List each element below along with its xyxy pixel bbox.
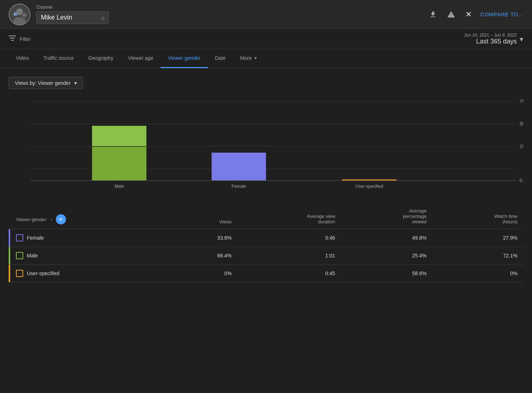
tabs-bar: Video Traffic source Geography Viewer ag…	[0, 49, 532, 68]
svg-point-5	[22, 13, 26, 17]
channel-label: Channel	[36, 5, 109, 10]
chart-container: 75.0% 50.0% 25.0% 0.0% Male Female User-…	[9, 98, 523, 192]
svg-text:Female: Female	[232, 184, 246, 189]
svg-text:Male: Male	[115, 184, 124, 189]
female-label: Female	[27, 235, 44, 241]
chart-selector-arrow: ▾	[74, 80, 77, 86]
compare-button[interactable]: COMPARE TO...	[481, 11, 523, 17]
male-label: Male	[27, 253, 38, 258]
table-row: Female 33.6% 0:46 49.8% 27.9%	[9, 229, 523, 247]
male-avg-pct-viewed: 25.4%	[341, 247, 432, 265]
data-table: Viewer gender ↓ + Views Average view dur…	[9, 204, 523, 282]
male-checkbox[interactable]	[16, 252, 23, 259]
user-watch-time: 0%	[432, 265, 523, 282]
tab-date[interactable]: Date	[208, 49, 233, 68]
avatar-image: M	[9, 4, 30, 25]
filter-left: Filter	[9, 35, 464, 43]
th-gender-label: Viewer gender	[16, 217, 46, 222]
tab-viewer-gender-label: Viewer gender	[168, 55, 201, 61]
chart-selector-label: Views by: Viewer gender	[15, 80, 71, 86]
tab-date-label: Date	[215, 55, 226, 61]
more-dropdown-icon: ▾	[255, 55, 257, 61]
tab-geography-label: Geography	[88, 55, 114, 61]
male-views: 66.4%	[170, 247, 238, 265]
user-label: User-specified	[27, 270, 59, 276]
channel-name-box[interactable]: Mike Levin ⌕	[36, 11, 109, 24]
svg-text:User-specified: User-specified	[355, 184, 383, 189]
svg-text:M: M	[14, 12, 16, 16]
flag-button[interactable]	[446, 9, 457, 20]
female-avg-view-duration: 0:46	[238, 229, 341, 247]
tab-viewer-gender[interactable]: Viewer gender	[161, 49, 208, 68]
date-range-section[interactable]: Jun 10, 2021 – Jun 9, 2022 Last 365 days…	[464, 33, 523, 45]
th-views: Views	[170, 204, 238, 229]
chart-svg: 75.0% 50.0% 25.0% 0.0% Male Female User-…	[9, 98, 523, 192]
add-column-button[interactable]: +	[56, 214, 66, 224]
th-avg-view-duration-label: Average view	[307, 214, 335, 219]
avatar: M	[9, 4, 30, 25]
main-content: Views by: Viewer gender ▾ 75.0% 50.0% 25…	[0, 68, 532, 291]
tab-video-label: Video	[16, 55, 29, 61]
user-gender-cell: User-specified	[10, 265, 170, 282]
channel-info: Channel Mike Levin ⌕	[36, 5, 109, 24]
male-bar-top	[92, 126, 147, 146]
tab-more[interactable]: More ▾	[233, 49, 264, 68]
svg-point-2	[13, 17, 26, 25]
th-avg-pct-viewed: Average percentage viewed	[341, 204, 432, 229]
filter-icon	[9, 35, 16, 43]
header: M Channel Mike Levin ⌕ ✕ COMPARE TO...	[0, 0, 532, 29]
table-row: Male 66.4% 1:01 25.4% 72.1%	[9, 247, 523, 265]
filter-text: Filter	[20, 36, 31, 42]
header-right: ✕ COMPARE TO...	[428, 8, 523, 21]
svg-text:75.0%: 75.0%	[520, 99, 523, 104]
user-views: 0%	[170, 265, 238, 282]
tab-video[interactable]: Video	[9, 49, 36, 68]
female-gender-cell: Female	[10, 229, 170, 247]
svg-text:50.0%: 50.0%	[520, 121, 523, 127]
th-gender[interactable]: Viewer gender ↓ +	[10, 204, 170, 229]
user-avg-pct-viewed: 58.6%	[341, 265, 432, 282]
tab-traffic-source[interactable]: Traffic source	[36, 49, 81, 68]
female-watch-time: 27.9%	[432, 229, 523, 247]
date-dropdown-arrow: ▾	[520, 35, 523, 44]
table-row: User-specified 0% 0:45 58.6% 0%	[9, 265, 523, 282]
search-icon: ⌕	[101, 15, 105, 21]
chart-selector-dropdown[interactable]: Views by: Viewer gender ▾	[9, 77, 83, 89]
th-avg-view-duration: Average view duration	[238, 204, 341, 229]
tab-more-label: More	[240, 55, 252, 61]
date-range-info: Jun 10, 2021 – Jun 9, 2022 Last 365 days	[464, 33, 517, 45]
tab-viewer-age-label: Viewer age	[128, 55, 153, 61]
svg-text:0.0%: 0.0%	[520, 178, 523, 183]
tab-traffic-source-label: Traffic source	[44, 55, 74, 61]
date-sub-text: Jun 10, 2021 – Jun 9, 2022	[464, 33, 517, 38]
channel-name: Mike Levin	[41, 14, 72, 21]
close-button[interactable]: ✕	[464, 8, 473, 21]
date-main-text: Last 365 days	[464, 38, 517, 45]
filter-bar: Filter Jun 10, 2021 – Jun 9, 2022 Last 3…	[0, 29, 532, 49]
female-views: 33.6%	[170, 229, 238, 247]
sort-icon: ↓	[51, 217, 53, 222]
user-checkbox[interactable]	[16, 270, 23, 277]
download-button[interactable]	[428, 9, 438, 20]
male-watch-time: 72.1%	[432, 247, 523, 265]
th-watch-time: Watch time (hours)	[432, 204, 523, 229]
male-bar-bottom	[92, 146, 147, 181]
female-avg-pct-viewed: 49.8%	[341, 229, 432, 247]
svg-text:25.0%: 25.0%	[520, 144, 523, 149]
tab-viewer-age[interactable]: Viewer age	[121, 49, 161, 68]
male-avg-view-duration: 1:01	[238, 247, 341, 265]
tab-geography[interactable]: Geography	[81, 49, 121, 68]
user-avg-view-duration: 0:45	[238, 265, 341, 282]
female-checkbox[interactable]	[16, 234, 23, 241]
male-gender-cell: Male	[10, 247, 170, 265]
female-bar	[212, 153, 266, 181]
